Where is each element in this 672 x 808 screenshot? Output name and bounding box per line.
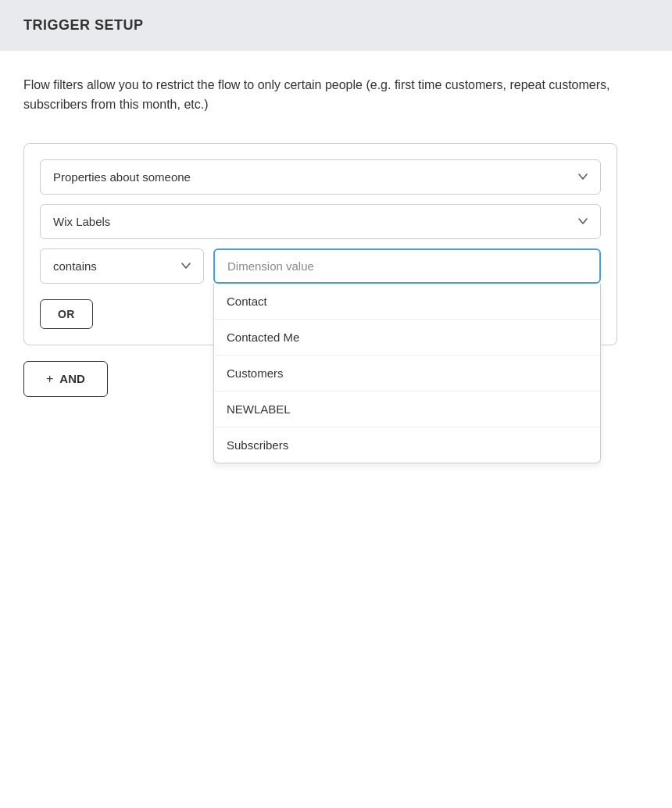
dropdown-item-customers[interactable]: Customers bbox=[214, 356, 600, 391]
description-text: Flow filters allow you to restrict the f… bbox=[23, 76, 617, 115]
properties-select-row: Properties about someone bbox=[40, 159, 601, 195]
main-content: Flow filters allow you to restrict the f… bbox=[0, 51, 672, 808]
properties-select-wrapper: Properties about someone bbox=[40, 159, 601, 195]
labels-select[interactable]: Wix Labels bbox=[40, 204, 601, 239]
value-input[interactable]: Dimension value bbox=[213, 248, 601, 284]
and-button-label: AND bbox=[59, 372, 85, 385]
chevron-down-icon-2 bbox=[578, 218, 588, 224]
dropdown-item-newlabel[interactable]: NEWLABEL bbox=[214, 391, 600, 427]
properties-select-value: Properties about someone bbox=[53, 170, 191, 184]
condition-value-row: contains Dimension value Contact Contac bbox=[40, 248, 601, 284]
labels-select-value: Wix Labels bbox=[53, 215, 110, 228]
or-button[interactable]: OR bbox=[40, 299, 93, 329]
and-button[interactable]: + AND bbox=[23, 361, 108, 397]
chevron-down-icon bbox=[578, 173, 588, 180]
filter-container: Properties about someone Wix Labels bbox=[23, 143, 617, 345]
chevron-down-icon-3 bbox=[181, 263, 191, 269]
value-dropdown-wrapper: Dimension value Contact Contacted Me Cus… bbox=[213, 248, 601, 284]
header-section: TRIGGER SETUP bbox=[0, 0, 672, 51]
dropdown-item-contacted-me[interactable]: Contacted Me bbox=[214, 320, 600, 356]
properties-select[interactable]: Properties about someone bbox=[40, 159, 601, 195]
plus-icon: + bbox=[46, 372, 53, 386]
page-container: TRIGGER SETUP Flow filters allow you to … bbox=[0, 0, 672, 808]
condition-select-wrapper: contains bbox=[40, 248, 204, 284]
dropdown-list: Contact Contacted Me Customers NEWLABEL … bbox=[213, 284, 601, 463]
dropdown-item-subscribers[interactable]: Subscribers bbox=[214, 427, 600, 463]
page-title: TRIGGER SETUP bbox=[23, 17, 144, 33]
condition-select-value: contains bbox=[53, 259, 97, 273]
labels-select-wrapper: Wix Labels bbox=[40, 204, 601, 239]
condition-select[interactable]: contains bbox=[40, 248, 204, 284]
labels-select-row: Wix Labels bbox=[40, 204, 601, 239]
dropdown-item-contact[interactable]: Contact bbox=[214, 284, 600, 320]
value-input-placeholder: Dimension value bbox=[227, 259, 314, 273]
